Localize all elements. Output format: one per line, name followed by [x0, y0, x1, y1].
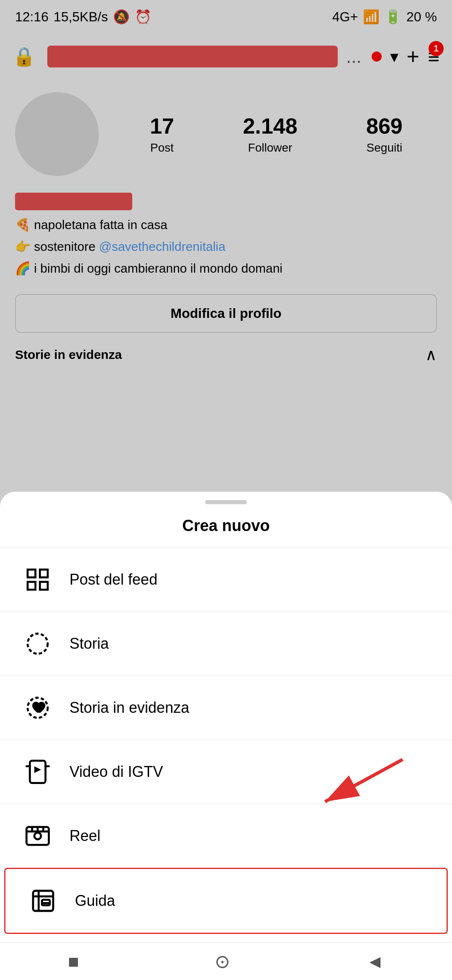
feed-label: Post del feed	[69, 571, 157, 588]
svg-rect-5	[40, 582, 48, 590]
igtv-icon	[21, 755, 54, 789]
guide-icon	[26, 884, 60, 918]
svg-rect-3	[40, 570, 48, 578]
svg-point-6	[28, 634, 48, 654]
reel-label: Reel	[69, 827, 100, 845]
sheet-item-storia[interactable]: Storia	[0, 611, 452, 676]
grid-icon	[21, 563, 54, 596]
evidenza-label: Storia in evidenza	[69, 699, 189, 717]
sheet-item-guida[interactable]: Guida	[4, 868, 448, 934]
guida-label: Guida	[75, 892, 115, 910]
reel-icon	[21, 819, 54, 853]
sheet-item-reel[interactable]: Reel	[0, 804, 452, 868]
svg-point-10	[34, 833, 41, 839]
sheet-item-evidenza[interactable]: Storia in evidenza	[0, 676, 452, 740]
svg-rect-2	[28, 570, 36, 578]
svg-rect-4	[28, 582, 36, 590]
back-triangle-icon[interactable]: ◄	[366, 951, 384, 972]
heart-circle-icon	[21, 691, 54, 725]
back-square-icon[interactable]: ■	[68, 951, 79, 972]
home-circle-icon[interactable]: ⊙	[215, 951, 230, 972]
igtv-label: Video di IGTV	[69, 763, 163, 781]
bottom-sheet: Crea nuovo Post del feed Storia Storia i…	[0, 492, 452, 942]
storia-label: Storia	[69, 635, 109, 652]
sheet-title: Crea nuovo	[0, 508, 452, 547]
svg-rect-8	[30, 761, 45, 783]
sheet-item-feed[interactable]: Post del feed	[0, 547, 452, 611]
sheet-handle	[205, 500, 247, 504]
bottom-nav: ■ ⊙ ◄	[0, 942, 452, 980]
circle-dashed-icon	[21, 627, 54, 660]
